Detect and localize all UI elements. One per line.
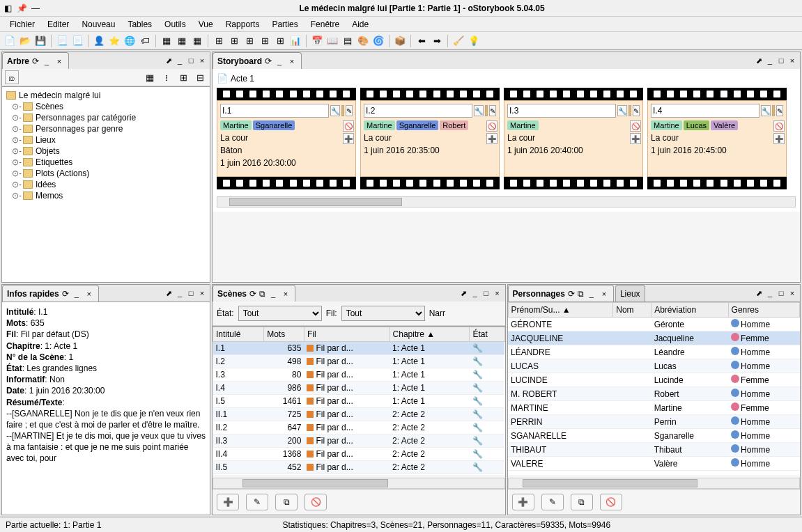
column-header[interactable]: Chapitre ▲ bbox=[390, 327, 470, 342]
panel-close-icon[interactable]: × bbox=[197, 288, 207, 298]
spiral-button[interactable]: 🌀 bbox=[371, 34, 385, 48]
storyboard-tab[interactable]: Storyboard ⟳ _ × bbox=[213, 52, 302, 69]
calendar-button[interactable]: 📅 bbox=[310, 34, 324, 48]
menu-fenêtre[interactable]: Fenêtre bbox=[305, 18, 345, 31]
table-row[interactable]: MARTINEMartineFemme bbox=[508, 401, 800, 415]
minimize-panel-icon[interactable]: _ bbox=[72, 289, 82, 299]
panel-max-icon[interactable]: □ bbox=[776, 56, 786, 65]
column-header[interactable]: Intitulé bbox=[213, 327, 264, 342]
scenes-tab[interactable]: Scènes ⟳⧉ _ × bbox=[213, 285, 295, 302]
table-row[interactable]: III.1419Fil par d...3: Acte 3🔧 bbox=[213, 474, 505, 476]
expand-icon[interactable]: ⊙- bbox=[12, 191, 20, 201]
minimize-panel-icon[interactable]: _ bbox=[42, 56, 52, 66]
personnages-tab[interactable]: Personnages ⟳⧉ _ × bbox=[508, 285, 614, 302]
tree-root[interactable]: Le médecin malgré lui bbox=[5, 90, 207, 101]
minimize-panel-icon[interactable]: _ bbox=[275, 56, 284, 66]
expand-icon[interactable]: ⊙- bbox=[12, 157, 20, 167]
panel-float-icon[interactable]: ⬈ bbox=[754, 56, 764, 65]
tree-node[interactable]: ⊙-Idées bbox=[5, 179, 207, 190]
character-tag[interactable]: Martine bbox=[220, 120, 252, 130]
close-panel-icon[interactable]: × bbox=[287, 56, 297, 66]
panel-max-icon[interactable]: □ bbox=[186, 56, 196, 65]
tag-button[interactable]: 🏷 bbox=[138, 34, 152, 48]
table2-button[interactable]: ▦ bbox=[175, 34, 189, 48]
film-clip[interactable]: 🔧✎MartineSganarelleLa courBâton1 juin 20… bbox=[217, 88, 356, 189]
doc1-button[interactable]: 📃 bbox=[55, 34, 69, 48]
panel-max-icon[interactable]: □ bbox=[186, 288, 196, 298]
table-row[interactable]: GÉRONTEGéronteHomme bbox=[508, 318, 800, 331]
save-button[interactable]: 💾 bbox=[33, 34, 47, 48]
close-panel-icon[interactable]: × bbox=[84, 289, 94, 299]
panel-min-icon[interactable]: _ bbox=[175, 56, 185, 65]
table-row[interactable]: II.1725Fil par d...2: Acte 2🔧 bbox=[213, 408, 505, 421]
expand-icon[interactable]: ⊙- bbox=[12, 169, 20, 178]
refresh-icon[interactable]: ⟳ bbox=[32, 56, 39, 66]
expand-icon[interactable]: ⊙- bbox=[12, 180, 20, 189]
panel-float-icon[interactable]: ⬈ bbox=[164, 288, 173, 298]
forbid-icon[interactable]: 🚫 bbox=[630, 120, 641, 132]
grid5-button[interactable]: ⊞ bbox=[273, 34, 287, 48]
copy-button[interactable]: ⧉ bbox=[571, 494, 593, 510]
tree-node[interactable]: ⊙-Personnages par genre bbox=[5, 123, 207, 134]
refresh-icon[interactable]: ⟳ bbox=[568, 289, 575, 299]
minimize-panel-icon[interactable]: _ bbox=[587, 289, 596, 299]
book-button[interactable]: 📖 bbox=[325, 34, 339, 48]
table3-button[interactable]: ▦ bbox=[190, 34, 204, 48]
refresh-icon[interactable]: ⟳ bbox=[249, 289, 256, 299]
table1-button[interactable]: ▦ bbox=[160, 34, 173, 48]
info-tab[interactable]: Infos rapides ⟳ _ × bbox=[2, 285, 99, 302]
options-icon[interactable]: ⧉ bbox=[578, 289, 584, 299]
palette-button[interactable]: 🎨 bbox=[356, 34, 370, 48]
minimize-icon[interactable]: — bbox=[31, 3, 40, 13]
grid1-button[interactable]: ⊞ bbox=[212, 34, 226, 48]
expand-icon[interactable]: ⊙- bbox=[12, 113, 20, 123]
character-tag[interactable]: Martine bbox=[507, 120, 539, 130]
wrench-icon[interactable]: 🔧 bbox=[617, 105, 627, 116]
panel-close-icon[interactable]: × bbox=[787, 56, 797, 65]
panel-close-icon[interactable]: × bbox=[493, 288, 502, 298]
characters-table[interactable]: Prénom/Su... ▲NomAbréviationGenres GÉRON… bbox=[508, 302, 801, 471]
edit-icon[interactable]: ✎ bbox=[346, 105, 353, 116]
table-row[interactable]: II.41368Fil par d...2: Acte 2🔧 bbox=[213, 448, 505, 461]
characters-scrollbar[interactable] bbox=[508, 478, 801, 489]
tree-collapse-button[interactable]: ⊟ bbox=[193, 70, 207, 84]
menu-nouveau[interactable]: Nouveau bbox=[76, 18, 121, 31]
etat-select[interactable]: Tout bbox=[238, 306, 322, 321]
tree-node[interactable]: ⊙-Plots (Actions) bbox=[5, 168, 207, 179]
world-button[interactable]: 🌐 bbox=[123, 34, 137, 48]
app-menu-icon[interactable]: ◧ bbox=[3, 3, 13, 13]
film-clip[interactable]: 🔧✎MartineSganarelleRobertLa cour1 juin 2… bbox=[360, 88, 500, 189]
character-tag[interactable]: Lucas bbox=[684, 120, 709, 130]
character-tag[interactable]: Martine bbox=[364, 120, 395, 130]
table-row[interactable]: II.5452Fil par d...2: Acte 2🔧 bbox=[213, 461, 505, 474]
delete-button[interactable]: 🚫 bbox=[304, 494, 327, 510]
edit-button[interactable]: ✎ bbox=[246, 494, 268, 510]
table-row[interactable]: VALEREValèreHomme bbox=[508, 457, 800, 471]
column-header[interactable]: État bbox=[470, 327, 504, 342]
grid3-button[interactable]: ⊞ bbox=[242, 34, 256, 48]
scene-id-input[interactable] bbox=[364, 104, 472, 118]
panel-float-icon[interactable]: ⬈ bbox=[754, 288, 764, 298]
tree-mode-button[interactable]: ⎄ bbox=[5, 70, 19, 84]
panel-min-icon[interactable]: _ bbox=[765, 288, 775, 298]
copy-button[interactable]: ⧉ bbox=[275, 494, 298, 510]
box-button[interactable]: 📦 bbox=[393, 34, 407, 48]
character-tag[interactable]: Valère bbox=[711, 120, 738, 130]
column-header[interactable]: Abréviation bbox=[651, 303, 728, 318]
star-button[interactable]: ⭐ bbox=[107, 34, 121, 48]
wrench-icon[interactable]: 🔧 bbox=[761, 105, 771, 116]
menu-parties[interactable]: Parties bbox=[266, 18, 303, 31]
table-row[interactable]: I.2498Fil par d...1: Acte 1🔧 bbox=[213, 355, 505, 368]
storyboard-scrollbar[interactable] bbox=[217, 196, 796, 208]
lieux-tab[interactable]: Lieux bbox=[615, 285, 645, 302]
forbid-icon[interactable]: 🚫 bbox=[773, 120, 785, 132]
tree-node[interactable]: ⊙-Scènes bbox=[5, 101, 207, 112]
scene-id-input[interactable] bbox=[507, 104, 616, 118]
tree-expand-button[interactable]: ⊞ bbox=[176, 70, 190, 84]
panel-close-icon[interactable]: × bbox=[197, 56, 207, 65]
column-header[interactable]: Nom bbox=[613, 303, 651, 318]
column-header[interactable]: Mots bbox=[264, 327, 304, 342]
refresh-icon[interactable]: ⟳ bbox=[62, 289, 69, 299]
table-row[interactable]: THIBAUTThibautHomme bbox=[508, 443, 800, 457]
menu-outils[interactable]: Outils bbox=[159, 18, 192, 31]
